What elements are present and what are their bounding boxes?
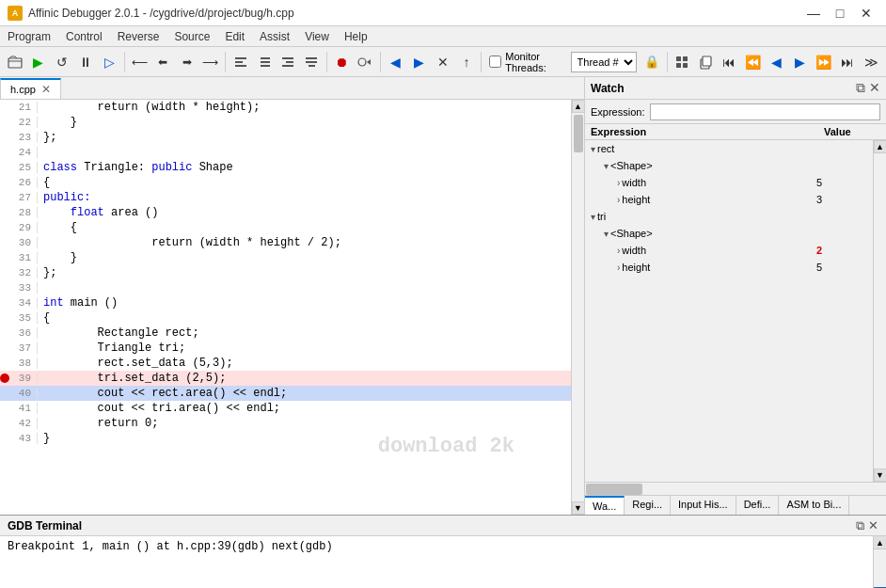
gdb-close-button[interactable]: ✕ — [868, 518, 878, 533]
watch-close-button[interactable]: ✕ — [869, 80, 880, 96]
minimize-button[interactable]: — — [801, 4, 826, 23]
bp-34 — [0, 298, 9, 308]
thread-selector[interactable]: Thread #1 — [571, 52, 637, 72]
gdb-scrollbar: ▲ ▼ — [873, 536, 886, 588]
watch-toggle-tri-width[interactable]: › — [617, 246, 620, 256]
gdb-scroll-track — [874, 549, 886, 587]
monitor-threads-group: Monitor Threads: Thread #1 🔒 — [489, 51, 662, 73]
menu-control[interactable]: Control — [58, 26, 110, 47]
linenum-35: 35 — [11, 312, 38, 324]
watch-tab-watch[interactable]: Wa... — [585, 496, 625, 515]
tb-pause-button[interactable]: ⏸ — [74, 50, 96, 74]
gdb-restore-button[interactable]: ⧉ — [856, 518, 864, 533]
tb-nav-step-button[interactable]: ✕ — [432, 50, 453, 74]
code-scroll-thumb[interactable] — [574, 115, 583, 152]
code-scroll-down-arrow[interactable]: ▼ — [572, 501, 585, 515]
linecontent-31: } — [41, 251, 571, 264]
watch-toggle-rect-width[interactable]: › — [617, 178, 620, 188]
tb-step-fwd1-button[interactable]: ➡ — [176, 50, 198, 74]
maximize-button[interactable]: □ — [828, 4, 852, 23]
bp-31 — [0, 253, 9, 262]
code-tab-hcpp[interactable]: h.cpp ✕ — [0, 78, 61, 99]
watch-expression-label: Expression: — [591, 106, 644, 118]
linecontent-39: tri.set_data (2,5); — [41, 372, 571, 385]
linenum-29: 29 — [11, 222, 38, 233]
menu-help[interactable]: Help — [337, 26, 375, 47]
tb-more-button[interactable]: ≫ — [861, 50, 882, 74]
code-line-30: 30 return (width * height / 2); — [0, 235, 571, 250]
watch-tab-registers[interactable]: Regi... — [625, 496, 671, 515]
tb-nav-fwd-button[interactable]: ▶ — [408, 50, 430, 74]
tb-nav-back-button[interactable]: ◀ — [385, 50, 406, 74]
watch-toggle-tri[interactable]: ▾ — [591, 212, 595, 222]
tb-settings-button[interactable] — [671, 50, 692, 74]
tb-next-button[interactable]: ▷ — [99, 50, 120, 74]
menu-view[interactable]: View — [297, 26, 337, 47]
watch-tab-define[interactable]: Defi... — [736, 496, 780, 515]
tb-step-back1-button[interactable]: ⟵ — [129, 50, 150, 74]
watch-toggle-rect[interactable]: ▾ — [591, 144, 595, 154]
close-button[interactable]: ✕ — [854, 4, 878, 23]
tb-nav-left-button[interactable]: ◀ — [766, 50, 787, 74]
watch-tab-input-history[interactable]: Input His... — [671, 496, 736, 515]
tb-record2-button[interactable] — [355, 50, 376, 74]
code-tab-close-icon[interactable]: ✕ — [41, 83, 51, 96]
watch-scroll-up-arrow[interactable]: ▲ — [874, 140, 887, 153]
tb-record1-button[interactable]: ⏺ — [331, 50, 353, 74]
watch-scrollbar-h[interactable] — [585, 482, 886, 495]
watch-name-tri-shape: <Shape> — [610, 228, 816, 239]
monitor-threads-checkbox[interactable] — [489, 56, 501, 68]
tb-step-fwd2-button[interactable]: ⟶ — [199, 50, 221, 74]
monitor-threads-label: Monitor Threads: — [505, 51, 566, 73]
code-scrollbar[interactable]: ▲ ▼ — [571, 100, 584, 515]
bp-33 — [0, 283, 9, 293]
linecontent-34: int main () — [41, 296, 571, 310]
tb-open-button[interactable] — [4, 50, 25, 74]
linenum-25: 25 — [11, 162, 38, 173]
watch-toggle-rect-height[interactable]: › — [617, 195, 620, 205]
menu-assist[interactable]: Assist — [252, 26, 297, 47]
linecontent-35: { — [41, 311, 571, 325]
tb-nav-ff-button[interactable]: ⏩ — [813, 50, 834, 74]
watch-col-value: Value — [824, 126, 880, 137]
tb-nav-end-button[interactable]: ⏭ — [837, 50, 859, 74]
linenum-21: 21 — [11, 102, 38, 113]
tb-run-button[interactable]: ▶ — [27, 50, 49, 74]
tb-step-back2-button[interactable]: ⬅ — [152, 50, 174, 74]
tb-nav-step2-button[interactable]: ↑ — [455, 50, 477, 74]
gdb-terminal[interactable]: Breakpoint 1, main () at h.cpp:39 (gdb) … — [0, 536, 873, 588]
watch-scroll-thumb-h[interactable] — [586, 484, 642, 495]
menu-reverse[interactable]: Reverse — [110, 26, 167, 47]
watch-val-tri-width: 2 — [816, 245, 873, 256]
code-scroll-up-arrow[interactable]: ▲ — [572, 100, 585, 113]
watch-bottom-tabs: Wa... Regi... Input His... Defi... ASM t… — [585, 495, 886, 515]
watch-expression-input[interactable] — [650, 103, 880, 120]
gdb-scroll-up-arrow[interactable]: ▲ — [874, 536, 886, 549]
gdb-line3: (gdb) — [299, 540, 333, 588]
toolbar-sep5 — [481, 52, 482, 72]
watch-toggle-tri-height[interactable]: › — [617, 262, 620, 273]
menu-program[interactable]: Program — [0, 26, 58, 47]
watch-scrollbar[interactable]: ▲ ▼ — [873, 140, 886, 482]
tb-align2-button[interactable] — [253, 50, 275, 74]
tb-align3-button[interactable] — [277, 50, 298, 74]
tb-copy-button[interactable] — [695, 50, 717, 74]
bp-37 — [0, 343, 9, 353]
watch-toggle-tri-shape[interactable]: ▾ — [604, 229, 609, 239]
menu-source[interactable]: Source — [166, 26, 217, 47]
watch-tab-asm[interactable]: ASM to Bi... — [779, 496, 849, 515]
tb-restart-button[interactable]: ↺ — [51, 50, 72, 74]
code-line-22: 22 } — [0, 115, 571, 130]
watch-scroll-down-arrow[interactable]: ▼ — [874, 469, 887, 482]
tb-rewind-button[interactable]: ⏮ — [719, 50, 740, 74]
tb-prev-button[interactable]: ⏪ — [742, 50, 764, 74]
tb-align1-button[interactable] — [229, 50, 251, 74]
svg-rect-1 — [235, 57, 246, 59]
tb-nav-right-button[interactable]: ▶ — [789, 50, 811, 74]
menu-edit[interactable]: Edit — [217, 26, 252, 47]
watch-restore-button[interactable]: ⧉ — [856, 80, 865, 96]
tb-align4-button[interactable] — [301, 50, 323, 74]
gdb-controls: ⧉ ✕ — [856, 518, 878, 533]
watch-toggle-rect-shape[interactable]: ▾ — [604, 161, 609, 171]
code-editor[interactable]: 21 return (width * height); 22 } 23 }; 2… — [0, 100, 571, 515]
